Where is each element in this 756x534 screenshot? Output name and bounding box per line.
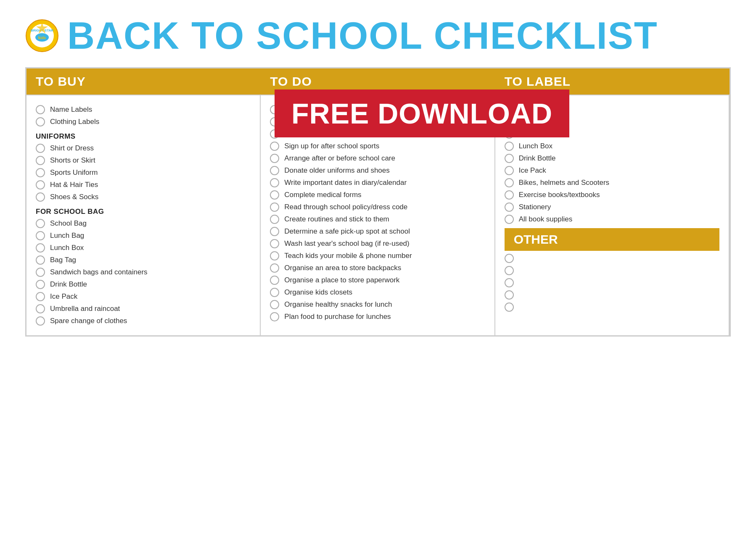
- list-item: Sign up for after school sports: [270, 142, 485, 151]
- checkbox-circle[interactable]: [270, 203, 279, 212]
- checkbox-circle[interactable]: [270, 312, 279, 321]
- checklist-table: TO BUY TO DO TO LABEL Name Labels Clothi…: [25, 67, 731, 337]
- checkbox-circle[interactable]: [36, 255, 45, 265]
- list-item: Bikes, helmets and Scooters: [505, 178, 719, 187]
- list-item: Donate older uniforms and shoes: [270, 166, 485, 175]
- checkbox-circle[interactable]: [270, 263, 279, 273]
- list-item: Shoes & Socks: [36, 192, 251, 202]
- list-item: Bag Tag: [36, 255, 251, 265]
- page-header: BRIGHT STAR kids BACK TO SCHOOL CHECKLIS…: [25, 17, 731, 55]
- list-item: Sports Uniform: [36, 168, 251, 177]
- checkbox-circle[interactable]: [36, 144, 45, 153]
- list-item: Clothing Labels: [36, 117, 251, 126]
- checkbox-circle[interactable]: [505, 154, 514, 163]
- list-item: Drink Bottle: [505, 154, 719, 163]
- checkbox-circle[interactable]: [505, 254, 514, 263]
- list-item: Create routines and stick to them: [270, 215, 485, 224]
- list-item: Arrange after or before school care: [270, 154, 485, 163]
- list-item: Determine a safe pick-up spot at school: [270, 227, 485, 236]
- checkbox-circle[interactable]: [505, 142, 514, 151]
- list-item: Organise healthy snacks for lunch: [270, 300, 485, 309]
- checkbox-circle[interactable]: [36, 105, 45, 114]
- checkbox-circle[interactable]: [36, 219, 45, 228]
- list-item: Lunch Bag: [36, 231, 251, 240]
- svg-text:kids: kids: [38, 36, 46, 40]
- checkbox-circle[interactable]: [36, 316, 45, 326]
- logo-icon: BRIGHT STAR kids: [25, 19, 59, 53]
- list-item: Ice Pack: [36, 292, 251, 301]
- checkbox-circle[interactable]: [270, 239, 279, 248]
- checkbox-circle[interactable]: [505, 166, 514, 175]
- checkbox-circle[interactable]: [270, 142, 279, 151]
- checkbox-circle[interactable]: [36, 180, 45, 189]
- checkbox-circle[interactable]: [36, 304, 45, 313]
- list-item: Ice Pack: [505, 166, 719, 175]
- checkbox-circle[interactable]: [505, 290, 514, 300]
- list-item: Plan food to purchase for lunches: [270, 312, 485, 321]
- checkbox-circle[interactable]: [505, 190, 514, 200]
- list-item: [505, 303, 719, 312]
- list-item: Complete medical forms: [270, 190, 485, 200]
- list-item: Teach kids your mobile & phone number: [270, 251, 485, 260]
- checkbox-circle[interactable]: [36, 243, 45, 253]
- list-item: Umbrella and raincoat: [36, 304, 251, 313]
- page-title: BACK TO SCHOOL CHECKLIST: [67, 17, 658, 55]
- list-item: [505, 278, 719, 287]
- list-item: Organise kids closets: [270, 288, 485, 297]
- list-item: Shorts or Skirt: [36, 156, 251, 165]
- section-uniforms: UNIFORMS: [36, 132, 251, 141]
- checkbox-circle[interactable]: [270, 190, 279, 200]
- checkbox-circle[interactable]: [36, 280, 45, 289]
- checkbox-circle[interactable]: [270, 300, 279, 309]
- col-buy-body: Name Labels Clothing Labels UNIFORMS Shi…: [26, 95, 261, 335]
- list-item: Spare change of clothes: [36, 316, 251, 326]
- list-item: Exercise books/textbooks: [505, 190, 719, 200]
- checkbox-circle[interactable]: [270, 251, 279, 260]
- list-item: All book supplies: [505, 215, 719, 224]
- checkbox-circle[interactable]: [270, 288, 279, 297]
- checkbox-circle[interactable]: [36, 168, 45, 177]
- list-item: Wash last year's school bag (if re-used): [270, 239, 485, 248]
- checkbox-circle[interactable]: [505, 178, 514, 187]
- list-item: [505, 266, 719, 275]
- list-item: Write important dates in diary/calendar: [270, 178, 485, 187]
- list-item: Stationery: [505, 203, 719, 212]
- col-header-buy: TO BUY: [26, 68, 261, 95]
- checkbox-circle[interactable]: [36, 192, 45, 202]
- checkbox-circle[interactable]: [270, 178, 279, 187]
- checkbox-circle[interactable]: [270, 215, 279, 224]
- free-download-banner[interactable]: FREE DOWNLOAD: [275, 89, 569, 137]
- list-item: Lunch Box: [36, 243, 251, 253]
- list-item: Lunch Box: [505, 142, 719, 151]
- list-item: [505, 254, 719, 263]
- checkbox-circle[interactable]: [36, 268, 45, 277]
- section-other: OTHER: [505, 228, 719, 251]
- list-item: Read through school policy/dress code: [270, 203, 485, 212]
- list-item: Shirt or Dress: [36, 144, 251, 153]
- list-item: School Bag: [36, 219, 251, 228]
- checkbox-circle[interactable]: [505, 203, 514, 212]
- checkbox-circle[interactable]: [36, 156, 45, 165]
- checkbox-circle[interactable]: [505, 278, 514, 287]
- list-item: Organise an area to store backpacks: [270, 263, 485, 273]
- list-item: Sandwich bags and containers: [36, 268, 251, 277]
- list-item: Organise a place to store paperwork: [270, 276, 485, 285]
- list-item: [505, 290, 719, 300]
- list-item: Drink Bottle: [36, 280, 251, 289]
- checkbox-circle[interactable]: [270, 227, 279, 236]
- checkbox-circle[interactable]: [270, 166, 279, 175]
- section-for-school-bag: FOR SCHOOL BAG: [36, 208, 251, 216]
- checkbox-circle[interactable]: [505, 215, 514, 224]
- list-item: Hat & Hair Ties: [36, 180, 251, 189]
- checkbox-circle[interactable]: [36, 117, 45, 126]
- checkbox-circle[interactable]: [270, 154, 279, 163]
- checkbox-circle[interactable]: [36, 292, 45, 301]
- checkbox-circle[interactable]: [270, 276, 279, 285]
- checkbox-circle[interactable]: [505, 303, 514, 312]
- checkbox-circle[interactable]: [505, 266, 514, 275]
- checkbox-circle[interactable]: [36, 231, 45, 240]
- list-item: Name Labels: [36, 105, 251, 114]
